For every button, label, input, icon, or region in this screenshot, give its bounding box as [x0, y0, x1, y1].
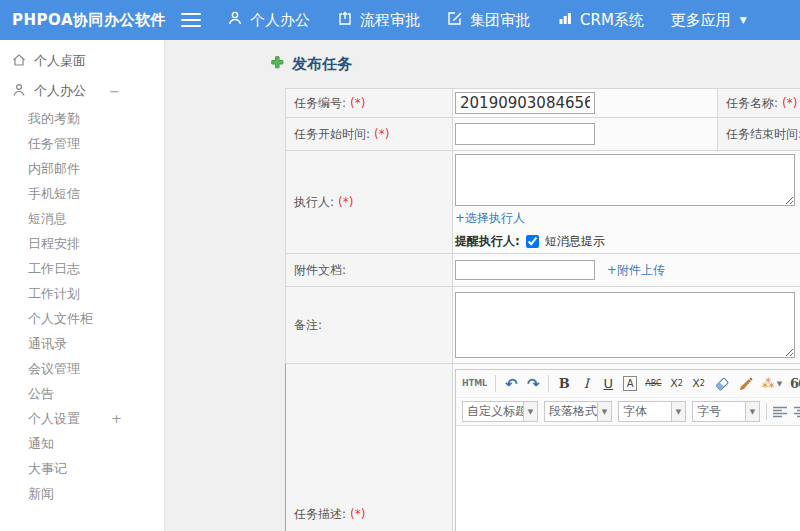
attachment-input[interactable] [455, 260, 595, 280]
home-icon [11, 52, 27, 71]
attachment-label: 附件文档: [286, 254, 453, 287]
strikethrough-button[interactable]: ABC [645, 374, 661, 394]
caret-down-icon: ▼ [740, 15, 747, 25]
sidebar-item-task-management[interactable]: 任务管理 [0, 131, 164, 156]
superscript-button[interactable]: X2 [670, 374, 684, 394]
italic-button[interactable]: I [579, 374, 593, 394]
nav-group-approval[interactable]: 集团审批 [447, 10, 530, 30]
bar-chart-icon [557, 10, 573, 30]
sidebar-item-work-plan[interactable]: 工作计划 [0, 281, 164, 306]
sidebar-item-internal-mail[interactable]: 内部邮件 [0, 156, 164, 181]
rich-text-editor: HTML ↶ ↷ B I U A ABC X2 X2 [455, 369, 800, 531]
sms-remind-option-label: 短消息提示 [545, 233, 605, 250]
sidebar-item-file-cabinet[interactable]: 个人文件柜 [0, 306, 164, 331]
main-content: 发布任务 任务编号:(*) 任务名称:(*) 任务开始时间:(*) 任务结束时间… [165, 40, 800, 531]
form-row-remark: 备注: [286, 287, 800, 364]
align-center-button[interactable] [794, 402, 800, 422]
sidebar: 个人桌面 个人办公 − 我的考勤 任务管理 内部邮件 手机短信 短消息 日程安排… [0, 40, 165, 531]
choose-executor-link[interactable]: +选择执行人 [455, 211, 525, 225]
page-header: 发布任务 [270, 55, 800, 74]
caret-down-icon: ▼ [598, 401, 612, 422]
sidebar-item-sms[interactable]: 手机短信 [0, 181, 164, 206]
redo-button[interactable]: ↷ [526, 374, 540, 394]
form-row-description: 任务描述:(*) HTML ↶ ↷ B I U A [286, 364, 800, 531]
nav-personal-office[interactable]: 个人办公 [227, 10, 310, 30]
start-time-input[interactable] [455, 123, 595, 145]
sidebar-item-contacts[interactable]: 通讯录 [0, 331, 164, 356]
nav-more-apps[interactable]: 更多应用 ▼ [671, 11, 747, 30]
sidebar-item-short-message[interactable]: 短消息 [0, 206, 164, 231]
font-border-button[interactable]: A [623, 376, 637, 391]
remark-textarea[interactable] [455, 292, 795, 358]
paragraph-format-dropdown[interactable]: 段落格式▼ [544, 401, 612, 422]
task-number-input[interactable] [455, 92, 595, 114]
caret-down-icon: ▼ [524, 401, 538, 422]
sidebar-item-events[interactable]: 大事记 [0, 456, 164, 481]
editor-toolbar-row2: 自定义标题▼ 段落格式▼ 字体▼ 字号▼ [456, 397, 800, 425]
html-source-button[interactable]: HTML [462, 374, 487, 394]
sms-remind-checkbox[interactable] [526, 235, 539, 248]
user-icon [11, 82, 27, 101]
font-family-dropdown[interactable]: 字体▼ [618, 401, 686, 422]
end-time-label: 任务结束时间:(*) [718, 118, 800, 151]
app-logo: PHPOA协同办公软件 [0, 11, 181, 30]
sidebar-item-desktop[interactable]: 个人桌面 [0, 46, 164, 76]
undo-button[interactable]: ↶ [504, 374, 518, 394]
caret-down-icon: ▼ [777, 380, 782, 388]
sidebar-item-personal-settings[interactable]: 个人设置 + [0, 406, 164, 431]
custom-heading-dropdown[interactable]: 自定义标题▼ [462, 401, 538, 422]
format-brush-button[interactable] [738, 374, 754, 394]
remind-executor-label: 提醒执行人: [455, 233, 520, 250]
top-navigation: 个人办公 流程审批 集团审批 CRM系统 更多应用 ▼ [227, 10, 747, 30]
nav-process-approval[interactable]: 流程审批 [337, 10, 420, 30]
process-approval-icon [337, 10, 353, 30]
task-name-label: 任务名称:(*) [718, 89, 800, 118]
remark-label: 备注: [286, 287, 453, 364]
editor-toolbar-row1: HTML ↶ ↷ B I U A ABC X2 X2 [456, 370, 800, 397]
sidebar-item-announcement[interactable]: 公告 [0, 381, 164, 406]
sidebar-item-work-log[interactable]: 工作日志 [0, 256, 164, 281]
font-size-dropdown[interactable]: 字号▼ [692, 401, 760, 422]
task-number-label: 任务编号:(*) [286, 89, 453, 118]
caret-down-icon: ▼ [746, 401, 760, 422]
insert-widget-button[interactable]: ⁂▼ [762, 374, 782, 394]
sidebar-item-meeting[interactable]: 会议管理 [0, 356, 164, 381]
top-bar: PHPOA协同办公软件 个人办公 流程审批 集团审批 CRM系统 更多应用 ▼ [0, 0, 800, 40]
person-icon [227, 10, 243, 30]
sidebar-item-schedule[interactable]: 日程安排 [0, 231, 164, 256]
executor-textarea[interactable] [455, 154, 795, 206]
nav-crm[interactable]: CRM系统 [557, 10, 644, 30]
form-row-attachment: 附件文档: +附件上传 [286, 254, 800, 287]
editor-content-area[interactable] [456, 425, 800, 531]
bold-button[interactable]: B [557, 374, 571, 394]
edit-icon [447, 10, 463, 30]
publish-task-form: 任务编号:(*) 任务名称:(*) 任务开始时间:(*) 任务结束时间:(*) … [285, 88, 800, 531]
eraser-button[interactable] [714, 374, 730, 394]
subscript-button[interactable]: X2 [692, 374, 706, 394]
align-left-button[interactable] [773, 402, 788, 422]
expand-icon[interactable]: + [111, 411, 122, 426]
collapse-icon[interactable]: − [109, 84, 120, 99]
form-row-executor: 执行人:(*) +选择执行人 提醒执行人: 短消息提示 [286, 151, 800, 254]
page-title: 发布任务 [292, 55, 352, 74]
underline-button[interactable]: U [601, 374, 615, 394]
attachment-upload-link[interactable]: +附件上传 [607, 263, 665, 277]
sidebar-item-notice[interactable]: 通知 [0, 431, 164, 456]
sidebar-item-news[interactable]: 新闻 [0, 481, 164, 506]
add-icon [270, 55, 285, 74]
sidebar-item-personal-office[interactable]: 个人办公 − [0, 76, 164, 106]
description-label: 任务描述:(*) [286, 364, 453, 531]
caret-down-icon: ▼ [672, 401, 686, 422]
sidebar-item-attendance[interactable]: 我的考勤 [0, 106, 164, 131]
executor-label: 执行人:(*) [286, 151, 453, 254]
start-time-label: 任务开始时间:(*) [286, 118, 453, 151]
menu-icon[interactable] [181, 13, 201, 27]
form-row-task-number: 任务编号:(*) 任务名称:(*) [286, 89, 800, 118]
blockquote-button[interactable]: 66 [790, 374, 800, 394]
form-row-task-time: 任务开始时间:(*) 任务结束时间:(*) [286, 118, 800, 151]
